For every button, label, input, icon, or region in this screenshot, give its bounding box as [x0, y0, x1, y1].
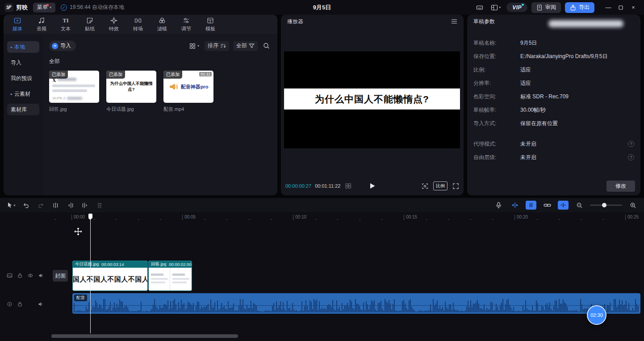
text-line	[52, 89, 87, 92]
playhead-handle[interactable]	[88, 214, 92, 219]
audio-effect-icon[interactable]	[7, 301, 13, 307]
clip-header: 回答.jpg 00:00:02:00	[149, 261, 192, 268]
menu-button[interactable]: 菜单 ▾	[33, 3, 55, 13]
link-toggle[interactable]	[541, 199, 553, 211]
search-button[interactable]	[262, 41, 271, 51]
player-title: 播放器	[287, 18, 303, 25]
split-button[interactable]	[50, 199, 61, 211]
waveform-centerline	[72, 305, 640, 306]
preview-focus-button[interactable]	[422, 183, 428, 189]
timeline-clip-topic[interactable]: 今日话题.jpg 00:00:03:14 国人不国人不国人不国人	[72, 261, 148, 291]
vip-badge[interactable]: VIP	[506, 3, 527, 12]
player-menu-button[interactable]	[451, 19, 457, 24]
delete-button[interactable]	[94, 199, 105, 211]
tab-audio[interactable]: 音频	[29, 15, 54, 35]
clip-duration: 00:00:02:00	[169, 262, 191, 267]
tab-templates[interactable]: 模板	[198, 15, 222, 35]
transition-icon	[134, 17, 142, 24]
speaker-icon[interactable]	[38, 301, 44, 307]
play-button[interactable]	[369, 183, 375, 189]
redo-button[interactable]	[35, 199, 46, 211]
fullscreen-button[interactable]	[452, 183, 459, 189]
tab-text[interactable]: TI 文本	[54, 15, 78, 35]
chevron-down-icon: ▾	[13, 203, 15, 207]
delete-left-button[interactable]	[64, 199, 76, 211]
zoom-slider-knob[interactable]	[602, 203, 606, 207]
sidebar-item-local[interactable]: ▸本地	[7, 41, 39, 53]
tab-label: 调节	[181, 25, 191, 32]
tab-filters[interactable]: 滤镜	[150, 15, 174, 35]
maximize-button[interactable]	[615, 2, 627, 13]
thumbnail-text: 配音神器pro	[181, 84, 209, 90]
sidebar-item-import[interactable]: 导入	[7, 57, 39, 68]
tab-media[interactable]: 媒体	[5, 15, 29, 35]
export-icon	[570, 4, 576, 11]
media-item-voiceover[interactable]: 已添加 01:11 配音神器pro 配音.mp4	[163, 71, 213, 113]
modify-button[interactable]: 修改	[606, 181, 635, 192]
sidebar-item-cloud[interactable]: ▸云素材	[7, 88, 39, 100]
review-icon	[536, 4, 543, 11]
delete-right-button[interactable]	[79, 199, 91, 211]
help-icon[interactable]: ?	[628, 154, 634, 160]
tab-stickers[interactable]: 贴纸	[78, 15, 102, 35]
play-icon	[369, 183, 375, 189]
sidebar-item-library[interactable]: 素材库	[7, 104, 39, 115]
review-button[interactable]: 审阅	[531, 2, 561, 13]
param-row-proxy-mode: 代理模式:未开启?	[473, 137, 634, 151]
media-item-topic[interactable]: 已添加 为什么中国人不能懒惰点? 今日话题.jpg	[106, 71, 156, 113]
select-tool-button[interactable]: ▾	[5, 199, 17, 211]
filter-button[interactable]: 全部	[233, 41, 258, 51]
template-icon	[207, 17, 214, 24]
redo-icon	[38, 202, 44, 209]
shortcut-keys-button[interactable]	[474, 3, 485, 13]
frame-grid-icon[interactable]	[345, 183, 351, 189]
focus-icon	[422, 183, 428, 189]
zoom-in-button[interactable]	[627, 199, 639, 211]
ratio-button[interactable]: 比例	[433, 181, 447, 190]
import-button[interactable]: + 导入	[49, 41, 76, 51]
tab-label: 转场	[133, 25, 143, 32]
media-item-answer[interactable]: 已添加 𝕏 10,076 人 回答.jpg	[49, 71, 99, 113]
split-icon	[52, 202, 59, 209]
export-button[interactable]: 导出	[565, 2, 594, 13]
layout-button[interactable]: ▾	[489, 3, 502, 13]
snap-toggle[interactable]	[509, 199, 521, 211]
player-panel: 播放器 为什么中国人不能懒惰点? 00:00:00:27 00:01:11:22	[281, 15, 464, 195]
tab-effects[interactable]: 特效	[102, 15, 126, 35]
timeline-audio-clip[interactable]: 配音	[72, 293, 640, 314]
playhead[interactable]	[90, 214, 91, 333]
timeline-clip-answer[interactable]: 回答.jpg 00:00:02:00	[148, 261, 192, 291]
search-icon	[263, 42, 270, 49]
lock-icon[interactable]	[17, 301, 23, 307]
zoom-out-button[interactable]	[573, 199, 585, 211]
clip-duration: 00:00:03:14	[101, 262, 124, 267]
zoom-slider[interactable]	[590, 205, 622, 206]
undo-button[interactable]	[20, 199, 32, 211]
titlebar: 剪映 菜单 ▾ ✓ 19:56:44 自动保存本地 9月5日 ▾ VIP	[0, 0, 644, 15]
hamburger-icon	[451, 19, 457, 24]
minimize-button[interactable]: —	[602, 2, 615, 13]
timeline-ruler[interactable]: 00:00 00:05 00:10 00:15 00:20 00:25	[51, 214, 644, 222]
music-note-icon	[38, 17, 45, 24]
auto-ripple-toggle[interactable]	[526, 201, 536, 210]
timeline-scrollbar[interactable]	[51, 334, 238, 338]
sidebar-item-label: 本地	[14, 43, 25, 51]
media-toolbar: + 导入 ▾ 排序 全部	[49, 41, 271, 51]
view-toggle-button[interactable]: ▾	[188, 41, 201, 51]
adjust-sliders-icon	[183, 17, 190, 24]
maximize-icon	[619, 5, 623, 10]
sidebar-item-presets[interactable]: 我的预设	[7, 72, 39, 84]
time-position-badge[interactable]: 02:30	[587, 305, 606, 325]
link-icon	[544, 202, 551, 208]
tab-adjust[interactable]: 调节	[174, 15, 198, 35]
tab-transitions[interactable]: 转场	[126, 15, 150, 35]
sort-button[interactable]: 排序	[205, 41, 229, 51]
help-icon[interactable]: ?	[628, 141, 634, 147]
preview-axis-toggle[interactable]	[558, 201, 569, 210]
text-icon: TI	[63, 17, 69, 24]
record-voiceover-button[interactable]	[493, 199, 504, 211]
clip-header: 今日话题.jpg 00:00:03:14	[73, 261, 147, 268]
sticker-icon	[86, 17, 93, 24]
close-button[interactable]: ×	[627, 2, 640, 13]
video-caption-band: 为什么中国人不能懒惰点?	[284, 88, 460, 109]
